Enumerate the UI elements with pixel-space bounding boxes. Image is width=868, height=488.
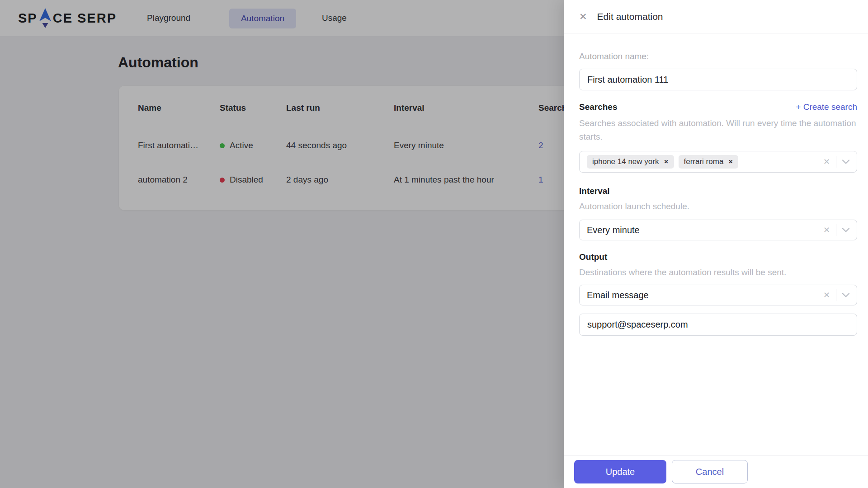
update-button[interactable]: Update bbox=[574, 460, 666, 483]
cancel-button[interactable]: Cancel bbox=[672, 460, 748, 483]
select-controls: ✕ bbox=[823, 156, 849, 168]
interval-select[interactable]: Every minute ✕ bbox=[579, 220, 857, 240]
clear-icon[interactable]: ✕ bbox=[823, 291, 830, 299]
edit-automation-panel: ✕ Edit automation Automation name: Searc… bbox=[564, 0, 868, 488]
interval-select-value: Every minute bbox=[587, 225, 640, 235]
output-email-input[interactable] bbox=[579, 314, 857, 336]
interval-label: Interval bbox=[579, 186, 610, 196]
search-tag: iphone 14 new york ✕ bbox=[587, 155, 674, 169]
select-divider bbox=[836, 224, 836, 236]
searches-label: Searches bbox=[579, 102, 618, 112]
panel-title: Edit automation bbox=[597, 11, 663, 22]
interval-header-row: Interval bbox=[579, 186, 857, 196]
create-search-link[interactable]: + Create search bbox=[796, 102, 857, 112]
close-icon[interactable]: ✕ bbox=[579, 12, 587, 21]
interval-helper-text: Automation launch schedule. bbox=[579, 200, 857, 213]
select-controls: ✕ bbox=[823, 224, 849, 236]
search-tag-label: ferrari roma bbox=[684, 157, 724, 166]
output-select-value: Email message bbox=[587, 290, 649, 300]
select-controls: ✕ bbox=[823, 289, 849, 301]
searches-multiselect[interactable]: iphone 14 new york ✕ ferrari roma ✕ ✕ bbox=[579, 151, 857, 173]
chevron-down-icon[interactable] bbox=[842, 228, 849, 232]
remove-tag-icon[interactable]: ✕ bbox=[664, 159, 668, 164]
output-header-row: Output bbox=[579, 252, 857, 262]
remove-tag-icon[interactable]: ✕ bbox=[728, 159, 733, 164]
panel-body: Automation name: Searches + Create searc… bbox=[564, 52, 868, 336]
searches-header-row: Searches + Create search bbox=[579, 102, 857, 112]
search-tag: ferrari roma ✕ bbox=[679, 155, 739, 169]
panel-header: ✕ Edit automation bbox=[564, 0, 868, 33]
search-tag-label: iphone 14 new york bbox=[592, 157, 659, 166]
panel-footer: Update Cancel bbox=[564, 455, 868, 488]
clear-icon[interactable]: ✕ bbox=[823, 158, 830, 166]
automation-name-input[interactable] bbox=[579, 69, 857, 90]
output-helper-text: Destinations where the automation result… bbox=[579, 266, 857, 279]
app: SP CE SERP Playground Automation Usage A… bbox=[0, 0, 868, 488]
select-divider bbox=[836, 156, 836, 168]
clear-icon[interactable]: ✕ bbox=[823, 226, 830, 234]
output-select[interactable]: Email message ✕ bbox=[579, 285, 857, 305]
automation-name-label: Automation name: bbox=[579, 52, 857, 61]
chevron-down-icon[interactable] bbox=[842, 160, 849, 164]
searches-helper-text: Searches associated with automation. Wil… bbox=[579, 117, 857, 144]
chevron-down-icon[interactable] bbox=[842, 293, 849, 297]
select-divider bbox=[836, 289, 836, 301]
output-label: Output bbox=[579, 252, 607, 262]
selected-search-tags: iphone 14 new york ✕ ferrari roma ✕ bbox=[587, 155, 738, 169]
